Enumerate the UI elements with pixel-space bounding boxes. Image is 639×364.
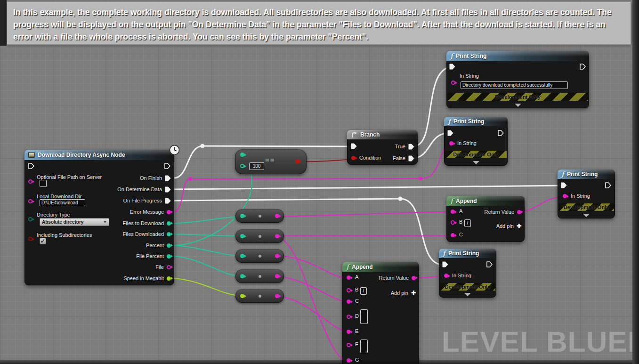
output-row-file-percent[interactable]: File Percent xyxy=(136,252,171,260)
node-expander[interactable] xyxy=(515,104,521,107)
exec-in-pin[interactable] xyxy=(561,182,567,188)
node-int-to-string-2[interactable] xyxy=(235,229,284,243)
append-a-pin[interactable] xyxy=(451,210,455,214)
conv-in-pin[interactable] xyxy=(240,234,244,238)
blueprint-canvas[interactable]: LEVEL BLUEPRINT xyxy=(0,0,639,364)
node-header[interactable]: ƒ Print String xyxy=(444,117,508,126)
node-header[interactable]: Download Directory Async Node xyxy=(24,150,174,160)
wire-percent-to-conv3[interactable] xyxy=(173,245,241,256)
return-value-pin[interactable] xyxy=(412,276,416,280)
string-junction-dot[interactable] xyxy=(419,177,422,180)
node-append-1[interactable]: ƒ Append A B / C Return Value Add pin ✚ xyxy=(446,196,525,242)
wire-filepercent-to-conv4[interactable] xyxy=(173,256,241,276)
append-c-pin[interactable] xyxy=(347,299,351,304)
append-b-field[interactable]: / xyxy=(464,219,471,227)
node-expander[interactable] xyxy=(473,161,479,164)
append-e-pin[interactable] xyxy=(347,330,351,334)
branch-false-row[interactable]: False xyxy=(393,154,414,162)
exec-in-pin[interactable] xyxy=(447,130,453,136)
output-row-on-finish[interactable]: On Finish xyxy=(140,174,171,182)
exec-in-pin[interactable] xyxy=(449,64,455,70)
comment-node[interactable]: In this example, the complete working di… xyxy=(7,1,631,45)
exec-junction-dot[interactable] xyxy=(398,197,403,201)
conv-in-pin[interactable] xyxy=(240,214,244,218)
pin-local-download-dir[interactable] xyxy=(28,199,32,203)
append-f-field[interactable] xyxy=(360,340,368,353)
append-a-pin[interactable] xyxy=(347,275,351,280)
output-row-speed-in-megabit[interactable]: Speed in Megabit xyxy=(123,275,171,282)
wire-onfileprogress-to-printstring4[interactable] xyxy=(174,199,443,265)
add-pin-button[interactable]: Add pin ✚ xyxy=(496,222,521,230)
conv-out-pin[interactable] xyxy=(275,254,279,258)
exec-out-pin[interactable] xyxy=(605,182,611,188)
directory-type-dropdown[interactable]: Absolute directory ▼ xyxy=(40,218,109,226)
append-b-pin[interactable] xyxy=(347,288,351,292)
exec-out-pin[interactable] xyxy=(580,64,586,70)
exec-pin[interactable] xyxy=(408,144,414,150)
in-string-pin[interactable] xyxy=(449,141,453,146)
wire-speed-to-conv5[interactable] xyxy=(173,278,241,296)
conv-out-pin[interactable] xyxy=(275,294,279,298)
exec-junction-dot[interactable] xyxy=(201,144,205,148)
in-string-pin[interactable] xyxy=(444,274,448,278)
wire-true-to-printstring1[interactable] xyxy=(413,67,449,146)
node-header[interactable]: ƒ Print String xyxy=(558,170,615,179)
node-header[interactable]: ƒ Append xyxy=(446,196,525,206)
wire-ondeterminedata-to-printstring3[interactable] xyxy=(174,186,562,189)
append-c-pin[interactable] xyxy=(451,233,455,237)
float-pin[interactable] xyxy=(167,276,171,281)
branch-true-row[interactable]: True xyxy=(395,143,414,150)
node-print-string-error[interactable]: ƒ Print String In String Development Onl… xyxy=(444,117,508,166)
conv-out-pin[interactable] xyxy=(275,274,279,278)
conv-out-pin[interactable] xyxy=(275,214,279,218)
node-int-to-string-1[interactable] xyxy=(235,209,284,223)
node-header[interactable]: ƒ Print String xyxy=(439,249,496,258)
conv-in-pin[interactable] xyxy=(240,274,244,278)
exec-in-pin[interactable] xyxy=(351,143,357,149)
wire-conv1-to-append1-a[interactable] xyxy=(278,212,449,216)
exec-in-pin[interactable] xyxy=(28,163,34,169)
node-print-string-file-progress[interactable]: ƒ Print String In String Development Onl… xyxy=(439,249,496,298)
node-print-string-success[interactable]: ƒ Print String In String Directory downl… xyxy=(446,51,589,108)
pin-directory-type[interactable] xyxy=(28,217,32,221)
exec-out-pin[interactable] xyxy=(486,261,493,267)
node-branch[interactable]: Branch True Condition False xyxy=(347,130,418,165)
output-row-on-file-progress[interactable]: On File Progress xyxy=(123,197,171,204)
pin-including-subdirectories[interactable] xyxy=(28,237,32,241)
append-d-field[interactable] xyxy=(360,309,368,324)
node-append-2[interactable]: ƒ Append A B / C D E F G Return Value Ad… xyxy=(342,262,419,364)
output-row-files-to-download[interactable]: Files to Download xyxy=(123,219,171,227)
node-expander[interactable] xyxy=(464,293,471,296)
conv-in-pin[interactable] xyxy=(240,294,244,298)
add-pin-button[interactable]: Add pin ✚ xyxy=(391,289,416,297)
node-print-string-determine-data[interactable]: ƒ Print String In String Development Onl… xyxy=(558,170,615,218)
node-download-directory-async[interactable]: Download Directory Async Node Optional F… xyxy=(24,150,174,285)
append-b-pin[interactable] xyxy=(451,220,455,225)
append-g-pin[interactable] xyxy=(347,358,351,363)
wire-conv5-to-append2-e[interactable] xyxy=(278,296,345,332)
string-pin[interactable] xyxy=(167,210,171,214)
compare-literal-field[interactable]: 100 xyxy=(249,162,264,170)
int-pin[interactable] xyxy=(167,232,171,236)
int-pin[interactable] xyxy=(167,221,171,226)
exec-out-pin[interactable] xyxy=(498,130,504,136)
in-string-field[interactable]: Directory download completed successfull… xyxy=(461,81,568,89)
return-value-row[interactable]: Return Value xyxy=(379,274,416,282)
node-header[interactable]: ƒ Append xyxy=(342,262,419,272)
append-d-pin[interactable] xyxy=(347,315,351,319)
compare-input-b-pin[interactable] xyxy=(240,164,244,168)
append-f-pin[interactable] xyxy=(347,343,351,347)
output-row-percent[interactable]: Percent xyxy=(146,242,171,249)
node-expander[interactable] xyxy=(583,214,590,217)
output-row-files-downloaded[interactable]: Files Downloaded xyxy=(123,230,171,238)
output-row-error-message[interactable]: Error Message xyxy=(130,208,171,216)
local-download-dir-field[interactable]: D:\UE4\download xyxy=(40,199,85,206)
int-pin[interactable] xyxy=(167,243,171,248)
exec-in-pin[interactable] xyxy=(442,261,448,267)
compare-input-a-pin[interactable] xyxy=(240,153,244,157)
exec-pin[interactable] xyxy=(165,198,171,204)
output-row-on-determine-data[interactable]: On Determine Data xyxy=(117,186,171,193)
wire-conv3-to-append2-a[interactable] xyxy=(278,256,345,278)
return-value-pin[interactable] xyxy=(517,210,521,214)
in-string-pin[interactable] xyxy=(451,81,455,85)
